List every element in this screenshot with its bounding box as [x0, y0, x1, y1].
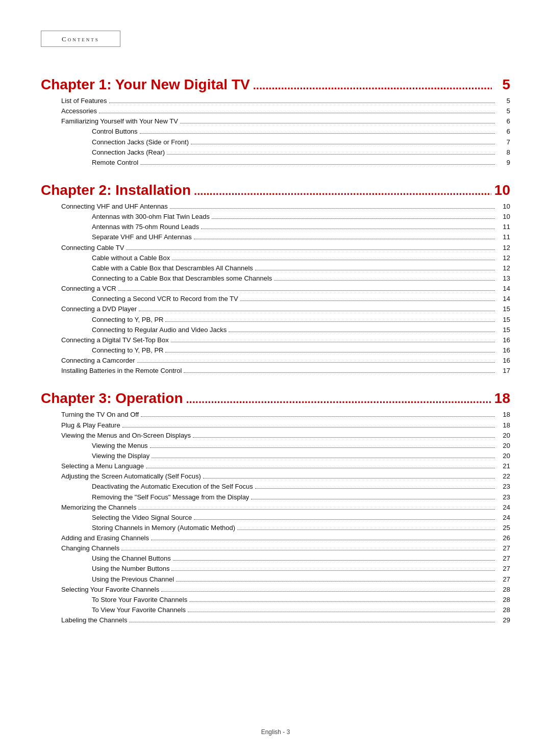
toc-page-num: 8 — [497, 147, 510, 158]
toc-entry: Connecting a Second VCR to Record from t… — [41, 294, 510, 304]
toc-dots — [171, 570, 495, 571]
toc-entry-text: Separate VHF and UHF Antennas — [92, 232, 192, 242]
toc-entry: Viewing the Display20 — [41, 451, 510, 461]
toc-entry: Selecting Your Favorite Channels28 — [41, 585, 510, 595]
toc-page-num: 13 — [497, 273, 510, 284]
toc-page-num: 7 — [497, 137, 510, 147]
toc-dots — [137, 362, 495, 363]
toc-entry: Connecting a Camcorder16 — [41, 356, 510, 366]
chapter-title: Chapter 2: Installation — [41, 182, 191, 198]
toc-entry: Viewing the Menus and On-Screen Displays… — [41, 431, 510, 441]
toc-page-num: 18 — [497, 420, 510, 431]
toc-page-num: 12 — [497, 263, 510, 273]
toc-entry-text: Turning the TV On and Off — [61, 410, 139, 420]
chapter-title: Chapter 1: Your New Digital TV — [41, 77, 250, 93]
toc-page-num: 11 — [497, 232, 510, 242]
toc-entry-text: Connecting VHF and UHF Antennas — [61, 201, 168, 212]
toc-dots — [255, 270, 495, 270]
toc-page-num: 21 — [497, 461, 510, 471]
toc-entry-text: Familiarizing Yourself with Your New TV — [61, 116, 178, 127]
toc-entry-text: Connecting to a Cable Box that Descrambl… — [92, 273, 272, 284]
toc-entry-text: Installing Batteries in the Remote Contr… — [61, 366, 182, 376]
toc-entry-text: Control Buttons — [92, 127, 138, 137]
toc-dots — [173, 560, 495, 561]
toc-page-num: 14 — [497, 294, 510, 304]
toc-entry: Removing the "Self Focus" Message from t… — [41, 492, 510, 502]
toc-entry-text: To Store Your Favorite Channels — [92, 595, 187, 605]
toc-page-num: 22 — [497, 471, 510, 482]
toc-entry-text: Connecting a Camcorder — [61, 356, 135, 366]
toc-entry-text: Cable with a Cable Box that Descrambles … — [92, 263, 253, 273]
contents-title: Contents — [62, 35, 99, 43]
toc-page-num: 5 — [497, 96, 510, 106]
toc-page-num: 28 — [497, 595, 510, 605]
toc-dots — [274, 280, 495, 281]
chapter-page-num: 18 — [494, 390, 510, 407]
toc-page-num: 26 — [497, 533, 510, 543]
toc-entry-text: Memorizing the Channels — [61, 502, 136, 513]
toc-entry-text: Adjusting the Screen Automatically (Self… — [61, 471, 201, 482]
toc-page-num: 6 — [497, 116, 510, 127]
toc-page-num: 16 — [497, 335, 510, 345]
toc-dots — [165, 352, 495, 352]
toc-dots — [172, 260, 495, 260]
toc-entry: List of Features5 — [41, 96, 510, 106]
toc-page-num: 12 — [497, 253, 510, 263]
toc-entry: To View Your Favorite Channels28 — [41, 605, 510, 615]
toc-page-num: 27 — [497, 564, 510, 574]
toc-entry: Separate VHF and UHF Antennas11 — [41, 232, 510, 242]
toc-entry: Antennas with 300-ohm Flat Twin Leads10 — [41, 212, 510, 222]
toc-page-num: 15 — [497, 315, 510, 325]
toc-entry-text: Connection Jacks (Side or Front) — [92, 137, 189, 147]
toc-entry: Adding and Erasing Channels26 — [41, 533, 510, 543]
footer-text: English - 3 — [261, 728, 290, 736]
toc-entry-text: Using the Previous Channel — [92, 574, 174, 585]
toc-entry-text: Connecting a Digital TV Set-Top Box — [61, 335, 169, 345]
toc-page-num: 10 — [497, 212, 510, 222]
toc-dots — [212, 218, 495, 219]
toc-entry: Connection Jacks (Rear)8 — [41, 147, 510, 158]
toc-dots — [255, 488, 495, 489]
toc-entry: Selecting a Menu Language21 — [41, 461, 510, 471]
toc-dots — [203, 478, 495, 478]
toc-dots — [170, 208, 495, 209]
toc-entry: Installing Batteries in the Remote Contr… — [41, 366, 510, 376]
toc-entry-text: To View Your Favorite Channels — [92, 605, 186, 615]
toc-entry: Turning the TV On and Off18 — [41, 410, 510, 420]
toc-dots — [201, 229, 495, 229]
toc-entry-text: Connecting to Regular Audio and Video Ja… — [92, 325, 227, 335]
toc-entry-text: Antennas with 300-ohm Flat Twin Leads — [92, 212, 210, 222]
toc-dots — [176, 581, 495, 582]
chapter-page-num: 5 — [495, 77, 510, 93]
toc-dots — [189, 601, 495, 602]
toc-page-num: 9 — [497, 158, 510, 168]
toc-page-num: 27 — [497, 574, 510, 585]
toc-dots — [194, 519, 495, 520]
toc-dots — [139, 311, 495, 311]
toc-entry-text: Using the Channel Buttons — [92, 553, 171, 564]
toc-page-num: 27 — [497, 553, 510, 564]
toc-entry: Remote Control9 — [41, 158, 510, 168]
toc-page-num: 6 — [497, 127, 510, 137]
toc-dots — [171, 342, 495, 342]
toc-dots — [140, 133, 495, 134]
toc-dots — [151, 540, 495, 540]
toc-entry: Connecting a DVD Player15 — [41, 304, 510, 314]
toc-entry: Deactivating the Automatic Execution of … — [41, 482, 510, 492]
toc-entry: Connecting to Y, PB, PR16 — [41, 345, 510, 356]
toc-entry: Adjusting the Screen Automatically (Self… — [41, 471, 510, 482]
toc-entry: Connecting to Y, PB, PR15 — [41, 315, 510, 325]
toc-page-num: 12 — [497, 243, 510, 253]
toc-dots — [180, 123, 495, 123]
toc-page-num: 18 — [497, 410, 510, 420]
toc-dots — [141, 416, 495, 417]
toc-entry: Using the Number Buttons27 — [41, 564, 510, 574]
toc-dots — [161, 591, 495, 592]
toc-dots — [118, 290, 495, 291]
toc-page-num: 23 — [497, 492, 510, 502]
chapter-heading-ch3: Chapter 3: Operation ...................… — [41, 390, 510, 407]
toc-page-num: 23 — [497, 482, 510, 492]
toc-entry: Connecting to a Cable Box that Descrambl… — [41, 273, 510, 284]
toc-page-num: 20 — [497, 441, 510, 451]
toc-dots — [188, 612, 495, 612]
